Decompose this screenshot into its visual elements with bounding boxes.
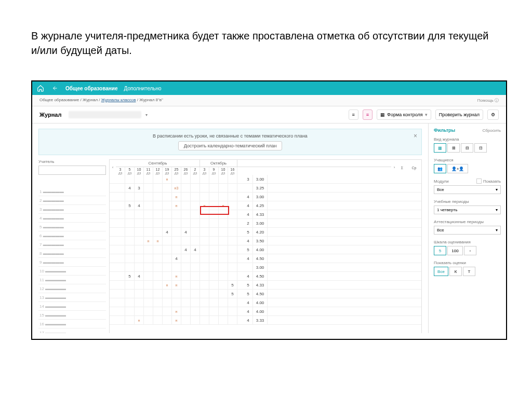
grade-cell[interactable]: 4 — [181, 245, 191, 254]
grade-cell[interactable] — [153, 210, 163, 218]
grade-cell[interactable] — [163, 263, 172, 271]
grade-cell[interactable] — [163, 245, 172, 254]
scale-5-btn[interactable]: 5 — [434, 246, 446, 255]
grade-cell[interactable] — [191, 193, 200, 201]
grade-cell[interactable] — [219, 290, 228, 298]
grade-cell[interactable] — [200, 254, 209, 263]
grade-cell[interactable] — [125, 228, 135, 236]
grade-cell[interactable] — [191, 228, 200, 236]
date-cell[interactable]: 9 — [209, 167, 219, 172]
alert-action-btn[interactable]: Достроить календарно-тематический план — [178, 141, 283, 150]
scale-100-btn[interactable]: 100 — [447, 246, 463, 255]
periods-select[interactable]: 1 четверть▾ — [434, 205, 501, 214]
grade-cell[interactable] — [191, 201, 200, 210]
grade-cell[interactable] — [191, 298, 200, 307]
grade-cell[interactable] — [144, 298, 153, 307]
grade-cell[interactable] — [209, 184, 219, 192]
grade-cell[interactable]: н — [172, 201, 181, 210]
grade-cell[interactable] — [200, 245, 209, 254]
view-btn-1[interactable]: ≡ — [349, 109, 358, 120]
grade-cell[interactable] — [125, 210, 135, 218]
grade-cell[interactable] — [172, 175, 181, 183]
grade-cell[interactable] — [163, 219, 172, 227]
grade-cell[interactable] — [135, 263, 144, 271]
check-journal-btn[interactable]: Проверить журнал — [435, 109, 483, 120]
grade-cell[interactable] — [219, 272, 228, 280]
breadcrumb-link[interactable]: Журналы классов — [101, 98, 136, 102]
grade-cell[interactable]: 5 — [228, 290, 237, 298]
grade-cell[interactable] — [219, 219, 228, 227]
grade-cell[interactable] — [144, 316, 153, 324]
view-opt3-btn[interactable]: ⊟ — [461, 143, 473, 153]
grade-cell[interactable] — [153, 281, 163, 289]
grade-cell[interactable] — [135, 237, 144, 245]
grade-cell[interactable] — [200, 272, 209, 280]
grade-cell[interactable] — [200, 316, 209, 324]
grade-cell[interactable] — [125, 281, 135, 289]
grade-cell[interactable] — [172, 228, 181, 236]
grade-cell[interactable] — [181, 210, 191, 218]
grade-cell[interactable] — [219, 254, 228, 263]
attest-select[interactable]: Все▾ — [434, 226, 501, 235]
grade-cell[interactable] — [163, 193, 172, 201]
grade-cell[interactable] — [153, 245, 163, 254]
grade-cell[interactable] — [209, 237, 219, 245]
grade-cell[interactable] — [144, 281, 153, 289]
grade-cell[interactable] — [116, 254, 125, 263]
grade-cell[interactable] — [144, 219, 153, 227]
grade-cell[interactable] — [181, 272, 191, 280]
topbar-additional[interactable]: Дополнительно — [124, 86, 162, 91]
grade-cell[interactable] — [144, 290, 153, 298]
grade-cell[interactable] — [144, 245, 153, 254]
grade-cell[interactable] — [116, 281, 125, 289]
grade-cell[interactable] — [172, 290, 181, 298]
date-cell[interactable]: 16 — [228, 167, 237, 172]
grade-cell[interactable] — [228, 210, 237, 218]
grade-cell[interactable] — [153, 307, 163, 315]
date-cell[interactable]: 19 — [163, 167, 172, 172]
grade-cell[interactable] — [200, 263, 209, 271]
grade-cell[interactable] — [181, 290, 191, 298]
grade-cell[interactable] — [172, 237, 181, 245]
grade-cell[interactable] — [144, 307, 153, 315]
date-cell[interactable]: 3 — [200, 167, 209, 172]
grade-cell[interactable] — [219, 193, 228, 201]
grade-cell[interactable] — [163, 290, 172, 298]
grade-cell[interactable] — [153, 290, 163, 298]
grade-cell[interactable] — [209, 228, 219, 236]
grade-cell[interactable]: н — [172, 272, 181, 280]
close-icon[interactable]: × — [414, 132, 417, 140]
grade-cell[interactable] — [125, 307, 135, 315]
show-checkbox[interactable] — [476, 179, 482, 184]
grade-cell[interactable] — [125, 219, 135, 227]
grade-cell[interactable]: 4 — [125, 184, 135, 192]
modules-select[interactable]: Все▾ — [434, 185, 501, 194]
grade-cell[interactable] — [125, 175, 135, 183]
view-grid-btn[interactable]: ▦ — [434, 143, 446, 153]
grade-cell[interactable] — [219, 263, 228, 271]
grade-cell[interactable] — [144, 175, 153, 183]
date-cell[interactable]: 10 — [219, 167, 228, 172]
grade-cell[interactable] — [172, 210, 181, 218]
grade-cell[interactable] — [135, 307, 144, 315]
view-opt4-btn[interactable]: ⊡ — [474, 143, 487, 153]
date-cell[interactable]: 25 — [172, 167, 181, 172]
grade-cell[interactable] — [219, 298, 228, 307]
grade-cell[interactable] — [219, 316, 228, 324]
grade-cell[interactable]: н — [172, 281, 181, 289]
grade-cell[interactable] — [228, 316, 237, 324]
grade-cell[interactable] — [125, 193, 135, 201]
grade-cell[interactable] — [228, 184, 237, 192]
grade-cell[interactable] — [153, 193, 163, 201]
grade-cell[interactable] — [228, 219, 237, 227]
grade-cell[interactable] — [191, 254, 200, 263]
grade-cell[interactable] — [219, 184, 228, 192]
grade-cell[interactable] — [181, 254, 191, 263]
scale-chart-btn[interactable]: ▫ — [464, 246, 476, 255]
grade-cell[interactable] — [116, 184, 125, 192]
grade-cell[interactable] — [163, 307, 172, 315]
grade-cell[interactable] — [191, 184, 200, 192]
grade-cell[interactable] — [181, 298, 191, 307]
prev-month-icon[interactable]: ‹ — [110, 160, 116, 175]
grade-cell[interactable] — [153, 272, 163, 280]
